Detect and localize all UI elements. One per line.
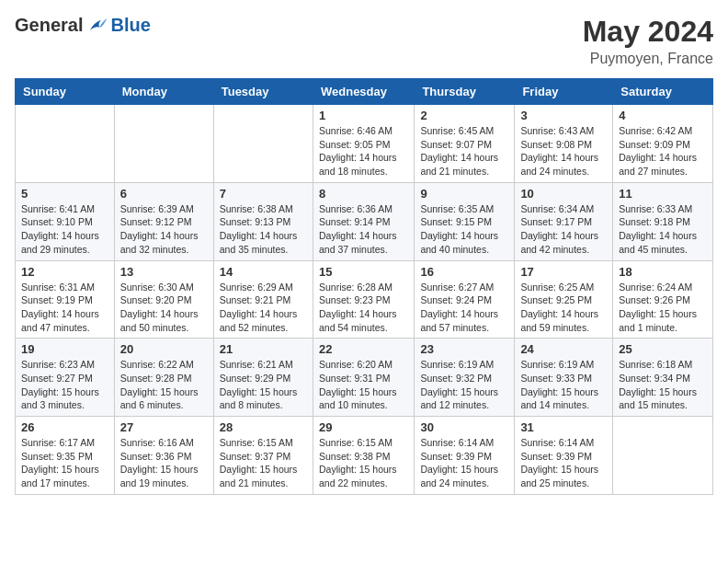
day-number: 25 — [619, 342, 707, 356]
calendar-cell: 30Sunrise: 6:14 AMSunset: 9:39 PMDayligh… — [415, 417, 515, 495]
day-info: Sunrise: 6:19 AMSunset: 9:32 PMDaylight:… — [420, 358, 508, 412]
day-info: Sunrise: 6:38 AMSunset: 9:13 PMDaylight:… — [220, 202, 307, 257]
day-number: 20 — [120, 342, 208, 356]
day-number: 29 — [319, 420, 408, 434]
logo-bird-icon — [86, 17, 108, 35]
day-info: Sunrise: 6:29 AMSunset: 9:21 PMDaylight:… — [220, 281, 307, 335]
calendar-cell: 27Sunrise: 6:16 AMSunset: 9:36 PMDayligh… — [114, 417, 213, 495]
calendar-table: SundayMondayTuesdayWednesdayThursdayFrid… — [15, 78, 713, 495]
calendar-cell: 17Sunrise: 6:25 AMSunset: 9:25 PMDayligh… — [515, 260, 613, 339]
day-info: Sunrise: 6:35 AMSunset: 9:15 PMDaylight:… — [420, 202, 508, 257]
day-number: 13 — [120, 265, 208, 279]
calendar-cell: 2Sunrise: 6:45 AMSunset: 9:07 PMDaylight… — [415, 105, 515, 183]
day-number: 2 — [420, 109, 508, 122]
calendar-cell: 12Sunrise: 6:31 AMSunset: 9:19 PMDayligh… — [16, 260, 115, 339]
day-info: Sunrise: 6:27 AMSunset: 9:24 PMDaylight:… — [420, 281, 508, 335]
calendar-day-header: Saturday — [613, 79, 713, 105]
calendar-cell — [114, 105, 213, 183]
calendar-day-header: Wednesday — [313, 79, 414, 105]
day-info: Sunrise: 6:14 AMSunset: 9:39 PMDaylight:… — [520, 436, 607, 490]
calendar-cell: 7Sunrise: 6:38 AMSunset: 9:13 PMDaylight… — [213, 182, 313, 260]
logo-blue-text: Blue — [110, 15, 150, 36]
day-info: Sunrise: 6:24 AMSunset: 9:26 PMDaylight:… — [619, 281, 707, 335]
calendar-cell: 28Sunrise: 6:15 AMSunset: 9:37 PMDayligh… — [213, 417, 313, 495]
day-number: 12 — [21, 265, 108, 279]
day-number: 27 — [120, 420, 208, 434]
day-info: Sunrise: 6:30 AMSunset: 9:20 PMDaylight:… — [120, 281, 208, 335]
day-info: Sunrise: 6:45 AMSunset: 9:07 PMDaylight:… — [420, 124, 508, 178]
day-number: 8 — [319, 187, 408, 201]
day-info: Sunrise: 6:16 AMSunset: 9:36 PMDaylight:… — [120, 436, 208, 490]
day-info: Sunrise: 6:15 AMSunset: 9:37 PMDaylight:… — [220, 436, 307, 490]
page-header: General Blue May 2024 Puymoyen, France — [15, 15, 713, 67]
day-number: 31 — [520, 420, 607, 434]
day-info: Sunrise: 6:43 AMSunset: 9:08 PMDaylight:… — [520, 124, 607, 178]
calendar-cell: 29Sunrise: 6:15 AMSunset: 9:38 PMDayligh… — [313, 417, 414, 495]
calendar-cell: 3Sunrise: 6:43 AMSunset: 9:08 PMDaylight… — [515, 105, 613, 183]
calendar-cell: 4Sunrise: 6:42 AMSunset: 9:09 PMDaylight… — [613, 105, 713, 183]
calendar-header-row: SundayMondayTuesdayWednesdayThursdayFrid… — [16, 79, 713, 105]
calendar-cell: 23Sunrise: 6:19 AMSunset: 9:32 PMDayligh… — [415, 339, 515, 417]
day-number: 16 — [420, 265, 508, 279]
calendar-day-header: Friday — [515, 79, 613, 105]
day-info: Sunrise: 6:41 AMSunset: 9:10 PMDaylight:… — [21, 202, 108, 257]
calendar-cell: 5Sunrise: 6:41 AMSunset: 9:10 PMDaylight… — [16, 182, 115, 260]
day-number: 19 — [21, 342, 108, 356]
day-number: 14 — [220, 265, 307, 279]
day-number: 23 — [420, 342, 508, 356]
day-info: Sunrise: 6:21 AMSunset: 9:29 PMDaylight:… — [220, 358, 307, 412]
calendar-day-header: Tuesday — [213, 79, 313, 105]
calendar-cell: 8Sunrise: 6:36 AMSunset: 9:14 PMDaylight… — [313, 182, 414, 260]
day-info: Sunrise: 6:19 AMSunset: 9:33 PMDaylight:… — [520, 358, 607, 412]
day-number: 30 — [420, 420, 508, 434]
day-number: 10 — [520, 187, 607, 201]
title-block: May 2024 Puymoyen, France — [583, 15, 713, 67]
day-number: 5 — [21, 187, 108, 201]
day-info: Sunrise: 6:18 AMSunset: 9:34 PMDaylight:… — [619, 358, 707, 412]
day-info: Sunrise: 6:28 AMSunset: 9:23 PMDaylight:… — [319, 281, 408, 335]
day-number: 22 — [319, 342, 408, 356]
calendar-week-row: 26Sunrise: 6:17 AMSunset: 9:35 PMDayligh… — [16, 417, 713, 495]
calendar-day-header: Monday — [114, 79, 213, 105]
calendar-cell — [213, 105, 313, 183]
calendar-cell: 10Sunrise: 6:34 AMSunset: 9:17 PMDayligh… — [515, 182, 613, 260]
day-info: Sunrise: 6:22 AMSunset: 9:28 PMDaylight:… — [120, 358, 208, 412]
calendar-cell: 13Sunrise: 6:30 AMSunset: 9:20 PMDayligh… — [114, 260, 213, 339]
calendar-cell: 26Sunrise: 6:17 AMSunset: 9:35 PMDayligh… — [16, 417, 115, 495]
day-number: 1 — [319, 109, 408, 122]
day-number: 26 — [21, 420, 108, 434]
day-info: Sunrise: 6:46 AMSunset: 9:05 PMDaylight:… — [319, 124, 408, 178]
calendar-cell: 11Sunrise: 6:33 AMSunset: 9:18 PMDayligh… — [613, 182, 713, 260]
calendar-week-row: 12Sunrise: 6:31 AMSunset: 9:19 PMDayligh… — [16, 260, 713, 339]
calendar-cell: 14Sunrise: 6:29 AMSunset: 9:21 PMDayligh… — [213, 260, 313, 339]
calendar-cell: 18Sunrise: 6:24 AMSunset: 9:26 PMDayligh… — [613, 260, 713, 339]
calendar-cell: 25Sunrise: 6:18 AMSunset: 9:34 PMDayligh… — [613, 339, 713, 417]
day-number: 7 — [220, 187, 307, 201]
day-info: Sunrise: 6:34 AMSunset: 9:17 PMDaylight:… — [520, 202, 607, 257]
day-number: 21 — [220, 342, 307, 356]
day-info: Sunrise: 6:25 AMSunset: 9:25 PMDaylight:… — [520, 281, 607, 335]
day-number: 17 — [520, 265, 607, 279]
calendar-week-row: 1Sunrise: 6:46 AMSunset: 9:05 PMDaylight… — [16, 105, 713, 183]
day-info: Sunrise: 6:14 AMSunset: 9:39 PMDaylight:… — [420, 436, 508, 490]
calendar-cell — [16, 105, 115, 183]
calendar-cell: 31Sunrise: 6:14 AMSunset: 9:39 PMDayligh… — [515, 417, 613, 495]
day-info: Sunrise: 6:20 AMSunset: 9:31 PMDaylight:… — [319, 358, 408, 412]
month-title: May 2024 — [583, 15, 713, 49]
day-number: 11 — [619, 187, 707, 201]
calendar-cell: 15Sunrise: 6:28 AMSunset: 9:23 PMDayligh… — [313, 260, 414, 339]
day-info: Sunrise: 6:17 AMSunset: 9:35 PMDaylight:… — [21, 436, 108, 490]
calendar-cell: 16Sunrise: 6:27 AMSunset: 9:24 PMDayligh… — [415, 260, 515, 339]
calendar-cell: 20Sunrise: 6:22 AMSunset: 9:28 PMDayligh… — [114, 339, 213, 417]
calendar-cell: 19Sunrise: 6:23 AMSunset: 9:27 PMDayligh… — [16, 339, 115, 417]
calendar-week-row: 5Sunrise: 6:41 AMSunset: 9:10 PMDaylight… — [16, 182, 713, 260]
logo-general-text: General — [15, 15, 83, 36]
day-number: 9 — [420, 187, 508, 201]
day-number: 24 — [520, 342, 607, 356]
day-info: Sunrise: 6:42 AMSunset: 9:09 PMDaylight:… — [619, 124, 707, 178]
day-info: Sunrise: 6:33 AMSunset: 9:18 PMDaylight:… — [619, 202, 707, 257]
calendar-cell: 21Sunrise: 6:21 AMSunset: 9:29 PMDayligh… — [213, 339, 313, 417]
day-number: 3 — [520, 109, 607, 122]
day-info: Sunrise: 6:23 AMSunset: 9:27 PMDaylight:… — [21, 358, 108, 412]
day-info: Sunrise: 6:31 AMSunset: 9:19 PMDaylight:… — [21, 281, 108, 335]
